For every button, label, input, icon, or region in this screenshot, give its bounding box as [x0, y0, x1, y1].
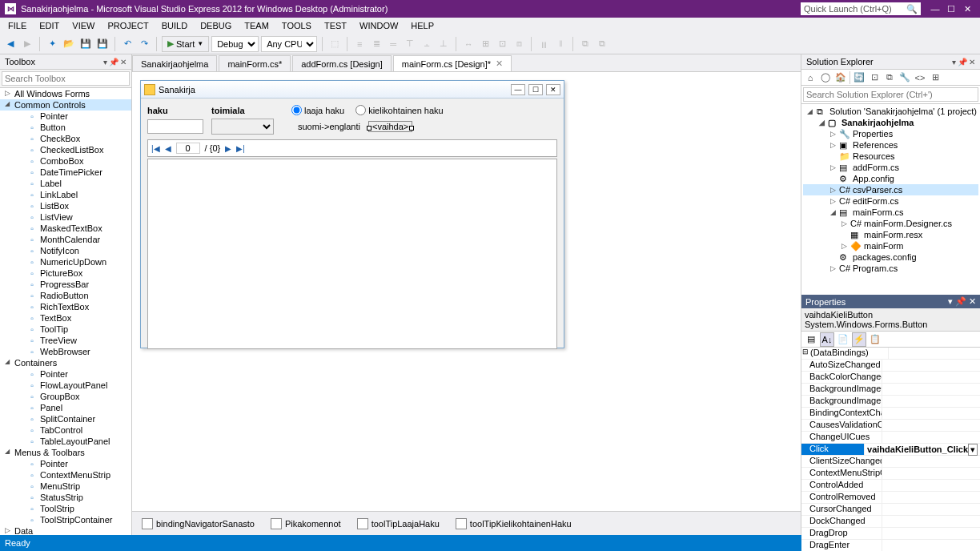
props-icon[interactable]: 📄: [836, 332, 850, 347]
expand-icon[interactable]: ▷: [829, 130, 837, 138]
prop-value[interactable]: [882, 432, 980, 443]
toolbox-item[interactable]: ▫WebBrowser: [0, 346, 131, 357]
size-btn-2[interactable]: ⊞: [478, 37, 492, 51]
solexp-search-input[interactable]: [803, 87, 978, 102]
prop-row[interactable]: ClientSizeChanged: [801, 456, 980, 468]
nav-prev-button[interactable]: ◀: [165, 144, 171, 153]
back-button[interactable]: ◀: [3, 37, 18, 51]
order-btn-1[interactable]: ⧉: [578, 37, 592, 51]
form-maximize-button[interactable]: ☐: [528, 84, 543, 95]
events-icon[interactable]: ⚡: [852, 332, 866, 347]
back-icon[interactable]: ◯: [819, 71, 832, 84]
toolbox-item[interactable]: ▫NumericUpDown: [0, 256, 131, 267]
menu-project[interactable]: PROJECT: [102, 19, 153, 32]
nav-first-button[interactable]: |◀: [151, 144, 160, 153]
pin-icon[interactable]: 📌: [955, 296, 966, 307]
prop-value[interactable]: [882, 492, 980, 503]
space-btn-1[interactable]: ⫼: [536, 37, 551, 51]
prop-row[interactable]: DragEnter: [801, 540, 980, 551]
prop-row[interactable]: BackgroundImageChanged: [801, 384, 980, 396]
toolbox-cat[interactable]: Containers: [0, 357, 131, 368]
prop-row[interactable]: BackgroundImageLayoutCh: [801, 396, 980, 408]
toolbox-search-input[interactable]: [2, 71, 130, 86]
prop-category[interactable]: (DataBindings): [808, 348, 888, 359]
solexp-node[interactable]: ▷▤addForm.cs: [803, 162, 978, 173]
solexp-node[interactable]: ▷C#mainForm.Designer.cs: [803, 218, 978, 229]
tray-item[interactable]: toolTipKielikohtainenHaku: [456, 518, 572, 529]
expand-icon[interactable]: ▷: [840, 219, 848, 227]
toolbox-item[interactable]: ▫SplitContainer: [0, 413, 131, 424]
prop-row[interactable]: CausesValidationChanged: [801, 420, 980, 432]
vaihda-button[interactable]: <vaihda>: [368, 121, 412, 132]
prop-row[interactable]: AutoSizeChanged: [801, 360, 980, 372]
more-icon[interactable]: ⊞: [929, 71, 942, 84]
size-btn-3[interactable]: ⊡: [495, 37, 509, 51]
new-project-button[interactable]: ✦: [45, 37, 59, 51]
collapse-icon[interactable]: ⊡: [868, 71, 881, 84]
toolbox-item[interactable]: ▫TableLayoutPanel: [0, 436, 131, 447]
menu-edit[interactable]: EDIT: [34, 19, 64, 32]
toolbox-item[interactable]: ▫FlowLayoutPanel: [0, 380, 131, 391]
menu-test[interactable]: TEST: [319, 19, 351, 32]
toolbox-item[interactable]: ▫TreeView: [0, 335, 131, 346]
space-btn-2[interactable]: ⫴: [553, 37, 568, 51]
toolbox-item[interactable]: ▫Button: [0, 122, 131, 133]
align-btn-6[interactable]: ⊥: [436, 37, 451, 51]
nav-last-button[interactable]: ▶|: [236, 144, 245, 153]
radio-kieli-input[interactable]: [355, 105, 366, 115]
menu-tools[interactable]: TOOLS: [277, 19, 316, 32]
prop-value[interactable]: [882, 480, 980, 491]
toolbox-item[interactable]: ▫Pointer: [0, 458, 131, 469]
toolbox-item[interactable]: ▫LinkLabel: [0, 189, 131, 200]
config-select[interactable]: Debug: [211, 36, 259, 52]
prop-value[interactable]: [882, 408, 980, 419]
radio-kieli[interactable]: kielikohtainen haku: [355, 105, 444, 115]
data-grid[interactable]: [147, 159, 557, 349]
pin-icon[interactable]: 📌: [958, 58, 967, 66]
align-btn-3[interactable]: ═: [386, 37, 400, 51]
form-close-button[interactable]: ✕: [546, 84, 560, 95]
toolbox-item[interactable]: ▫ToolStrip: [0, 503, 131, 514]
toolbox-item[interactable]: ▫Panel: [0, 402, 131, 413]
save-all-button[interactable]: 💾: [95, 37, 110, 51]
alphabetical-icon[interactable]: A↓: [820, 332, 834, 347]
props-grid[interactable]: (DataBindings)AutoSizeChangedBackColorCh…: [801, 348, 980, 551]
platform-select[interactable]: Any CPU: [261, 36, 317, 52]
document-tab[interactable]: Sanakirjaohjelma: [132, 55, 217, 71]
solexp-node[interactable]: ▦mainForm.resx: [803, 229, 978, 240]
toolbox-item[interactable]: ▫MonthCalendar: [0, 234, 131, 245]
toolbox-item[interactable]: ▫CheckBox: [0, 133, 131, 144]
prop-value[interactable]: [882, 420, 980, 431]
toolbox-item[interactable]: ▫MaskedTextBox: [0, 223, 131, 234]
toolbox-item[interactable]: ▫ComboBox: [0, 155, 131, 167]
close-icon[interactable]: ✕: [120, 58, 127, 66]
prop-value[interactable]: [882, 360, 980, 371]
menu-help[interactable]: HELP: [406, 19, 439, 32]
binding-navigator[interactable]: |◀ ◀ 0 / {0} ▶ ▶|: [147, 139, 557, 157]
expand-icon[interactable]: ▷: [829, 264, 837, 272]
expand-icon[interactable]: ◢: [817, 119, 825, 127]
toolbox-cat[interactable]: All Windows Forms: [0, 88, 131, 99]
pin-icon[interactable]: 📌: [109, 58, 118, 66]
expand-icon[interactable]: ◢: [829, 208, 837, 216]
categorized-icon[interactable]: ▤: [804, 332, 818, 347]
dropdown-icon[interactable]: ▾: [103, 58, 107, 66]
form-designer[interactable]: Sanakirja — ☐ ✕ haku toimiala laaja haku…: [132, 72, 801, 511]
tray-item[interactable]: toolTipLaajaHaku: [357, 518, 440, 529]
expand-icon[interactable]: ▷: [829, 141, 837, 149]
toolbox-item[interactable]: ▫TabControl: [0, 424, 131, 436]
toolbox-item[interactable]: ▫CheckedListBox: [0, 144, 131, 155]
expand-icon[interactable]: ▷: [840, 242, 848, 250]
menu-build[interactable]: BUILD: [157, 19, 192, 32]
menu-window[interactable]: WINDOW: [355, 19, 403, 32]
expand-icon[interactable]: ▷: [829, 197, 837, 205]
prop-row[interactable]: DockChanged: [801, 516, 980, 528]
layout-btn-1[interactable]: ⬚: [327, 37, 342, 51]
toolbox-item[interactable]: ▫TextBox: [0, 312, 131, 324]
prop-row[interactable]: ContextMenuStripChanged: [801, 468, 980, 480]
expand-icon[interactable]: ▷: [829, 186, 837, 194]
prop-value[interactable]: vaihdaKieliButton_Click▾: [864, 444, 980, 455]
toolbox-item[interactable]: ▫DateTimePicker: [0, 167, 131, 178]
save-button[interactable]: 💾: [78, 37, 93, 51]
toolbox-item[interactable]: ▫Label: [0, 178, 131, 189]
